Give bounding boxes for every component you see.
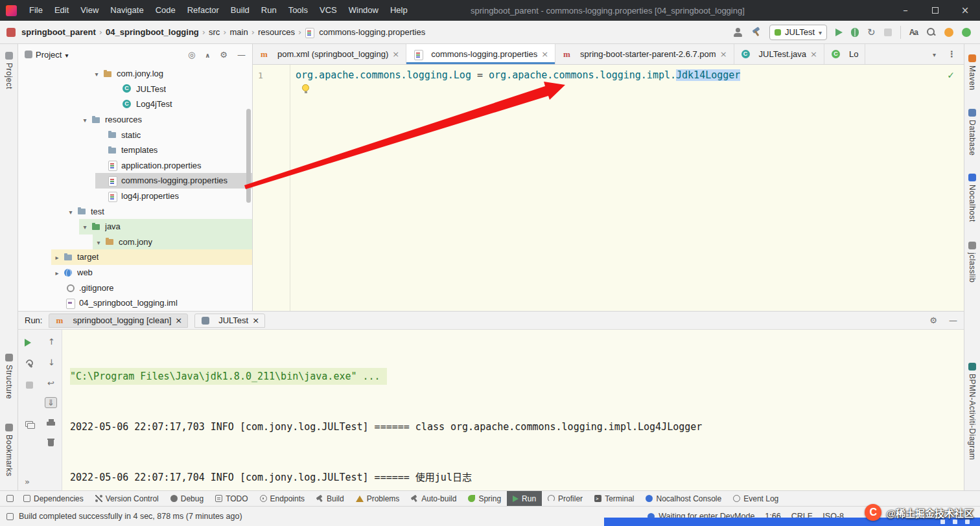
editor-body[interactable]: 1 org.apache.commons.logging.Log = org.a… [253, 65, 964, 311]
run-tab-jultest[interactable]: JULTest [194, 314, 265, 328]
rerun-button[interactable] [25, 339, 31, 347]
status-window-icon[interactable] [6, 513, 14, 520]
toolbar-spring[interactable]: Spring [462, 491, 507, 506]
menu-window[interactable]: Window [343, 0, 384, 21]
tool-button-maven[interactable]: Maven [964, 54, 980, 91]
collapse-all-icon[interactable] [205, 50, 210, 60]
tool-button-structure[interactable]: Structure [0, 354, 18, 399]
menu-help[interactable]: Help [384, 0, 414, 21]
chevron-collapsed-icon[interactable] [51, 252, 63, 262]
inspections-ok-icon[interactable] [947, 70, 955, 80]
breadcrumb-src[interactable]: src [208, 27, 220, 37]
debug-button[interactable] [851, 28, 859, 37]
toolbar-event-log[interactable]: Event Log [727, 491, 784, 506]
breadcrumb-resources[interactable]: resources [257, 27, 296, 37]
tree-item-gitignore[interactable]: .gitignore [18, 280, 252, 295]
menu-tools[interactable]: Tools [283, 0, 314, 21]
toolbar-todo[interactable]: TODO [209, 491, 253, 506]
tool-button-nocalhost[interactable]: Nocalhost [964, 174, 980, 222]
scroll-down-icon[interactable] [48, 358, 55, 367]
tree-item-target[interactable]: target [18, 249, 252, 265]
toolbar-build[interactable]: Build [310, 491, 350, 506]
tree-item-package-log[interactable]: com.jony.log [18, 66, 252, 82]
minimize-button[interactable] [891, 0, 920, 21]
rerun-icon[interactable] [867, 27, 876, 38]
maximize-button[interactable] [920, 0, 950, 21]
stop-button[interactable] [26, 382, 33, 389]
settings-gear-icon[interactable] [929, 315, 937, 325]
tree-item-jultest-class[interactable]: JULTest [18, 82, 252, 97]
toolbar-nocalhost-console[interactable]: Nocalhost Console [640, 491, 727, 506]
close-tab-icon[interactable] [541, 49, 548, 59]
tree-item-application-properties[interactable]: application.properties [18, 158, 252, 174]
close-tab-icon[interactable] [252, 315, 259, 325]
menu-run[interactable]: Run [255, 0, 283, 21]
menu-file[interactable]: File [23, 0, 49, 21]
chevron-down-icon[interactable] [65, 50, 68, 60]
menu-refactor[interactable]: Refactor [181, 0, 225, 21]
menu-edit[interactable]: Edit [49, 0, 75, 21]
tab-pom-xml[interactable]: pom.xml (springboot_logging) [253, 44, 406, 64]
tree-item-test-java[interactable]: java [18, 219, 252, 234]
toolbar-profiler[interactable]: Profiler [542, 491, 589, 506]
menu-build[interactable]: Build [225, 0, 255, 21]
chevron-collapsed-icon[interactable] [51, 268, 63, 277]
tool-button-bpmn[interactable]: BPMN-Activiti-Diagram [964, 363, 980, 460]
close-tab-icon[interactable] [175, 315, 182, 325]
locate-file-icon[interactable] [188, 50, 195, 60]
tab-truncated[interactable]: Lo [824, 44, 865, 64]
hide-panel-icon[interactable] [237, 50, 246, 60]
run-button[interactable] [835, 29, 843, 36]
tree-item-log4jtest-class[interactable]: Log4jTest [18, 97, 252, 112]
tree-item-static[interactable]: static [18, 127, 252, 143]
tree-item-test-package[interactable]: com.jony [18, 234, 252, 250]
tool-button-database[interactable]: Database [964, 109, 980, 155]
close-tab-icon[interactable] [392, 49, 399, 59]
tab-list-chevron-icon[interactable] [933, 49, 936, 59]
chevron-expanded-icon[interactable] [79, 222, 91, 231]
close-tab-icon[interactable] [810, 49, 817, 59]
breadcrumb-main[interactable]: main [229, 27, 249, 37]
toolbar-problems[interactable]: Problems [350, 491, 406, 506]
breadcrumb-module[interactable]: 04_springboot_logging [105, 27, 200, 37]
stop-button[interactable] [884, 29, 892, 36]
chevron-expanded-icon[interactable] [93, 237, 104, 247]
intention-bulb-icon[interactable] [302, 84, 309, 91]
tab-spring-boot-starter-parent-pom[interactable]: spring-boot-starter-parent-2.6.7.pom [555, 44, 734, 64]
more-options-icon[interactable] [948, 49, 956, 59]
menu-vcs[interactable]: VCS [314, 0, 343, 21]
toolbar-dependencies[interactable]: Dependencies [18, 491, 89, 506]
run-tab-maven-clean[interactable]: springboot_logging [clean] [49, 314, 188, 328]
notification-green-icon[interactable] [962, 28, 971, 37]
tool-button-project[interactable]: Project [0, 52, 18, 89]
tab-jultest-java[interactable]: JULTest.java [734, 44, 824, 64]
project-panel-title[interactable]: Project [36, 50, 62, 60]
tree-item-web[interactable]: web [18, 265, 252, 280]
build-hammer-icon[interactable] [751, 27, 761, 37]
toolbar-version-control[interactable]: Version Control [89, 491, 165, 506]
chevron-expanded-icon[interactable] [91, 69, 102, 78]
menu-view[interactable]: View [75, 0, 104, 21]
scroll-up-icon[interactable] [48, 337, 55, 346]
tree-item-module-iml[interactable]: 04_springboot_logging.iml [18, 295, 252, 311]
run-configuration-select[interactable]: JULTest [769, 25, 827, 40]
translate-icon[interactable]: Aa [909, 28, 918, 37]
settings-gear-icon[interactable] [220, 50, 228, 60]
close-button[interactable] [950, 0, 980, 21]
toolbar-debug[interactable]: Debug [165, 491, 209, 506]
close-tab-icon[interactable] [720, 49, 727, 59]
breadcrumb-project[interactable]: springboot_parent [21, 27, 97, 37]
more-actions-icon[interactable] [25, 477, 30, 486]
tree-item-templates[interactable]: templates [18, 143, 252, 158]
scroll-to-end-icon[interactable] [45, 397, 57, 408]
tree-item-test[interactable]: test [18, 203, 252, 219]
menu-navigate[interactable]: Navigate [104, 0, 149, 21]
tree-item-resources[interactable]: resources [18, 112, 252, 128]
toolbar-endpoints[interactable]: Endpoints [254, 491, 310, 506]
toolbar-terminal[interactable]: Terminal [589, 491, 640, 506]
search-everywhere-icon[interactable] [926, 27, 936, 37]
code-line[interactable]: org.apache.commons.logging.Log = org.apa… [290, 65, 740, 311]
toolbar-run-active[interactable]: Run [507, 491, 542, 506]
chevron-expanded-icon[interactable] [65, 207, 76, 216]
tree-item-commons-logging-properties-selected[interactable]: commons-logging.properties [18, 173, 252, 189]
